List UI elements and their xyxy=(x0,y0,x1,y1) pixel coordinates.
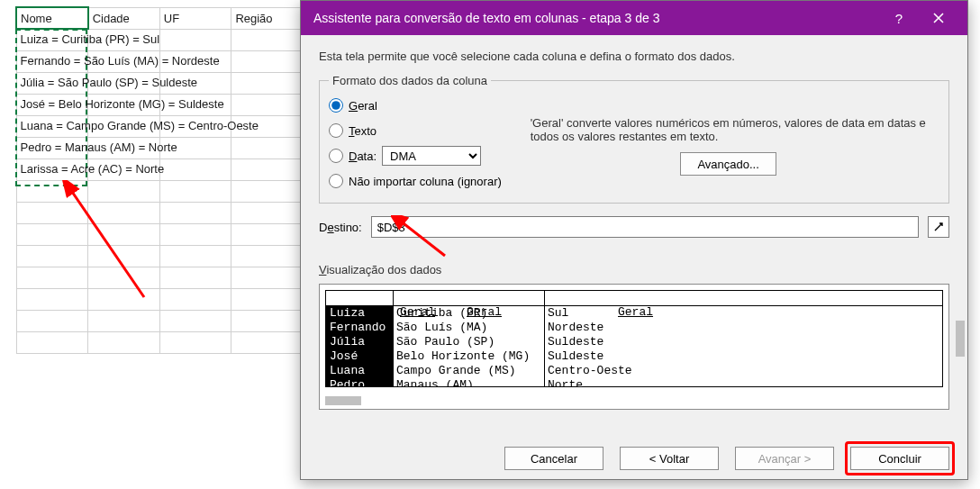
finish-button[interactable]: Concluir xyxy=(850,447,949,470)
text-to-columns-dialog: Assistente para conversão de texto em co… xyxy=(300,0,968,480)
header-cidade[interactable]: Cidade xyxy=(88,7,160,29)
help-icon[interactable]: ? xyxy=(879,1,919,35)
preview-row: PedroManaus (AM)Norte xyxy=(326,378,942,387)
cell-a6[interactable]: Luana = Campo Grande (MS) = Centro-Oeste xyxy=(16,115,88,137)
close-icon[interactable] xyxy=(919,1,958,35)
cell-a3[interactable]: Fernando = São Luís (MA) = Nordeste xyxy=(16,50,88,72)
preview-row: LuizaCuritiba (PR)Sul xyxy=(326,306,942,321)
spreadsheet[interactable]: Nome Cidade UF Região Luiza = Curitiba (… xyxy=(15,6,304,354)
preview-row: LuanaCampo Grande (MS)Centro-Oeste xyxy=(326,364,942,378)
data-preview: GeralGeralGeral LuizaCuritiba (PR)SulFer… xyxy=(319,284,949,410)
preview-horizontal-scrollbar[interactable] xyxy=(325,396,361,405)
radio-texto[interactable] xyxy=(329,123,343,138)
header-nome[interactable]: Nome xyxy=(16,7,88,29)
radio-ignore[interactable] xyxy=(329,174,343,188)
cell-a8[interactable]: Larissa = Acre (AC) = Norte xyxy=(16,158,88,180)
dialog-intro: Esta tela permite que você selecione cad… xyxy=(319,50,949,63)
destination-label: Destino: xyxy=(319,221,362,234)
cell-a7[interactable]: Pedro = Manaus (AM) = Norte xyxy=(16,137,88,158)
destination-input[interactable] xyxy=(371,216,919,238)
radio-texto-row: Texto xyxy=(329,118,527,143)
preview-header-row: GeralGeralGeral xyxy=(326,291,942,306)
preview-label: Visualização dos dados xyxy=(319,263,949,276)
next-button[interactable]: Avançar > xyxy=(735,447,834,470)
date-format-select[interactable]: DMA xyxy=(382,146,481,166)
column-format-group: Formato dos dados da coluna Geral Texto … xyxy=(319,74,949,204)
dialog-button-row: Cancelar < Voltar Avançar > Concluir xyxy=(301,447,967,470)
preview-vertical-scrollbar[interactable] xyxy=(956,321,965,357)
radio-texto-label[interactable]: Texto xyxy=(349,124,377,138)
cell-a5[interactable]: José = Belo Horizonte (MG) = Suldeste xyxy=(16,94,88,115)
dialog-title: Assistente para conversão de texto em co… xyxy=(313,11,879,25)
radio-geral[interactable] xyxy=(329,98,343,113)
range-picker-icon[interactable] xyxy=(928,216,949,238)
radio-ignore-row: Não importar coluna (ignorar) xyxy=(329,168,527,194)
cell-a2[interactable]: Luiza = Curitiba (PR) = Sul xyxy=(16,29,88,50)
radio-geral-label[interactable]: Geral xyxy=(349,99,377,113)
preview-row: FernandoSão Luís (MA)Nordeste xyxy=(326,321,942,335)
header-uf[interactable]: UF xyxy=(159,7,231,29)
back-button[interactable]: < Voltar xyxy=(620,447,719,470)
preview-row: JoséBelo Horizonte (MG)Suldeste xyxy=(326,349,942,364)
cell-a4[interactable]: Júlia = São Paulo (SP) = Suldeste xyxy=(16,72,88,94)
header-row: Nome Cidade UF Região xyxy=(16,7,304,29)
radio-data[interactable] xyxy=(329,149,343,163)
radio-ignore-label[interactable]: Não importar coluna (ignorar) xyxy=(349,175,502,188)
preview-row: JúliaSão Paulo (SP)Suldeste xyxy=(326,335,942,349)
preview-rows: LuizaCuritiba (PR)SulFernandoSão Luís (M… xyxy=(326,306,942,387)
cancel-button[interactable]: Cancelar xyxy=(504,447,603,470)
radio-data-row: Data: DMA xyxy=(329,143,527,168)
header-regiao[interactable]: Região xyxy=(231,7,304,29)
radio-geral-row: Geral xyxy=(329,93,527,118)
convert-note: 'Geral' converte valores numéricos em nú… xyxy=(531,116,927,143)
radio-data-label[interactable]: Data: xyxy=(349,149,377,163)
advanced-button[interactable]: Avançado... xyxy=(680,152,776,176)
column-format-legend: Formato dos dados da coluna xyxy=(329,74,491,87)
dialog-titlebar[interactable]: Assistente para conversão de texto em co… xyxy=(301,1,967,35)
destination-row: Destino: xyxy=(319,216,949,238)
